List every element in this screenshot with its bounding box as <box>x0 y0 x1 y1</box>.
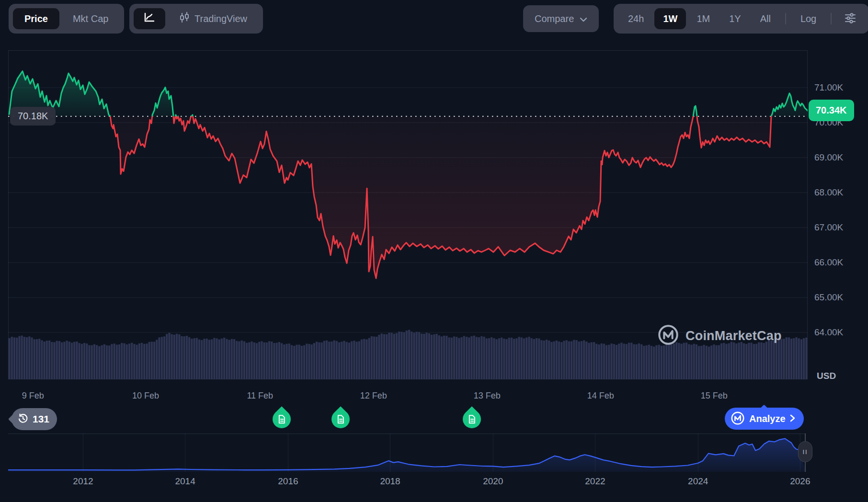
baseline-price-label: 70.18K <box>10 107 56 126</box>
sliders-icon <box>844 12 857 25</box>
log-scale-toggle[interactable]: Log <box>792 8 825 29</box>
candlestick-icon <box>179 11 190 26</box>
analyze-label: Analyze <box>749 413 786 424</box>
range-24h[interactable]: 24h <box>619 8 652 29</box>
chart-panel: Price Mkt Cap Tr <box>0 0 868 502</box>
x-tick-label: 11 Feb <box>247 391 273 401</box>
tradingview-toggle[interactable]: TradingView <box>167 8 259 29</box>
range-all[interactable]: All <box>752 8 779 29</box>
divider <box>785 13 786 24</box>
x-tick-label: 10 Feb <box>132 391 159 401</box>
document-icon <box>468 414 476 424</box>
tradingview-label: TradingView <box>194 13 247 24</box>
range-1y[interactable]: 1Y <box>720 8 749 29</box>
year-tick-label: 2016 <box>278 476 298 487</box>
year-tick-label: 2012 <box>73 476 93 487</box>
chart-settings-button[interactable] <box>837 8 863 29</box>
coinmarketcap-logo-icon <box>731 411 745 427</box>
compare-button[interactable]: Compare <box>523 5 599 32</box>
watermark-text: CoinMarketCap <box>685 329 782 343</box>
document-icon <box>277 414 286 424</box>
overview-range-chart[interactable] <box>8 434 806 472</box>
history-clock-icon <box>17 412 29 426</box>
range-1w[interactable]: 1W <box>654 8 686 29</box>
price-tab[interactable]: Price <box>13 8 59 29</box>
analyze-button[interactable]: Analyze <box>725 408 804 430</box>
year-tick-label: 2026 <box>790 476 810 487</box>
y-tick-label: 64.00K <box>814 327 862 338</box>
mktcap-tab[interactable]: Mkt Cap <box>61 8 120 29</box>
x-tick-label: 12 Feb <box>360 391 387 401</box>
currency-unit-label: USD <box>817 371 836 381</box>
history-count-badge[interactable]: 131 <box>11 408 57 430</box>
divider <box>831 13 832 24</box>
year-tick-label: 2020 <box>483 476 503 487</box>
document-icon <box>337 414 345 424</box>
x-tick-label: 15 Feb <box>701 391 728 401</box>
y-tick-label: 66.00K <box>814 257 862 268</box>
year-tick-label: 2018 <box>380 476 400 487</box>
line-chart-toggle[interactable] <box>134 8 165 29</box>
coinmarketcap-watermark: CoinMarketCap <box>657 324 782 348</box>
chart-type-toggle: TradingView <box>129 4 263 34</box>
range-1m[interactable]: 1M <box>688 8 719 29</box>
y-tick-label: 67.00K <box>814 222 862 233</box>
year-tick-label: 2022 <box>585 476 605 487</box>
news-marker[interactable] <box>459 406 485 432</box>
range-handle[interactable]: II <box>798 441 812 462</box>
year-tick-label: 2014 <box>175 476 195 487</box>
news-marker[interactable] <box>328 406 354 432</box>
coinmarketcap-logo-icon <box>657 324 679 348</box>
y-tick-label: 69.00K <box>814 152 862 163</box>
news-marker[interactable] <box>269 406 295 432</box>
y-tick-label: 65.00K <box>814 292 862 303</box>
y-tick-label: 71.00K <box>814 82 862 93</box>
line-chart-icon <box>143 12 156 26</box>
price-mktcap-toggle: Price Mkt Cap <box>9 4 124 34</box>
x-tick-label: 14 Feb <box>587 391 614 401</box>
y-tick-label: 68.00K <box>814 187 862 198</box>
x-tick-label: 9 Feb <box>22 391 44 401</box>
history-count: 131 <box>33 413 49 425</box>
year-tick-label: 2024 <box>688 476 708 487</box>
compare-label: Compare <box>535 13 574 24</box>
chevron-right-icon <box>790 414 795 423</box>
x-tick-label: 13 Feb <box>474 391 501 401</box>
chevron-down-icon <box>580 13 587 24</box>
range-selector: 24h 1W 1M 1Y All Log <box>614 4 868 34</box>
current-price-badge: 70.34K <box>809 100 854 121</box>
